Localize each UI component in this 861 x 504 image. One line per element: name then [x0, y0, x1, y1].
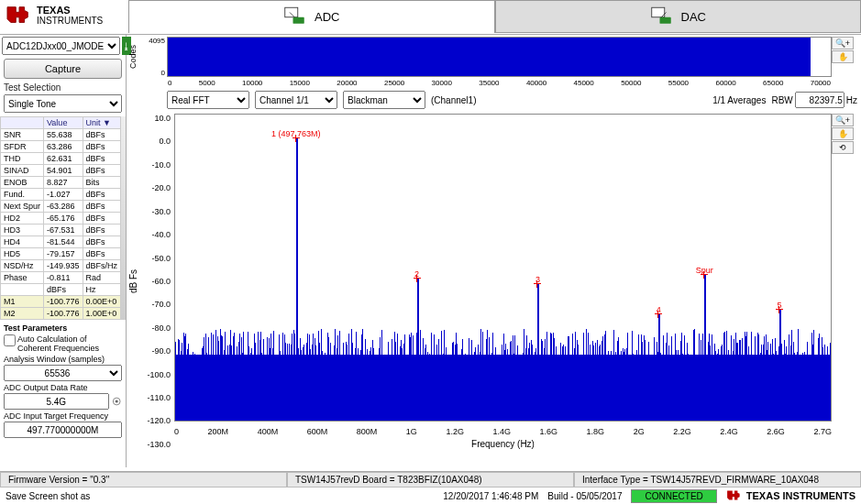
rbw-unit: Hz [846, 95, 857, 105]
metric-row[interactable]: dBFsHz [1, 284, 121, 296]
codes-ylabel: Codes [128, 37, 141, 77]
analysis-window-select[interactable]: 65536 [4, 365, 122, 381]
build-date: Build - 05/05/2017 [547, 491, 622, 501]
harmonic-5 [779, 310, 781, 421]
fft-xlabel: Frequency (Hz) [174, 439, 832, 449]
metric-row[interactable]: HD5-79.157dBFs [1, 248, 121, 260]
metric-row[interactable]: Next Spur-63.286dBFs [1, 201, 121, 213]
metric-row[interactable]: SNR55.638dBFs [1, 129, 121, 141]
channel-label: (Channel1) [431, 95, 476, 105]
metric-row[interactable]: M2-100.7761.00E+0 [1, 308, 121, 320]
logo-line1: TEXAS [37, 5, 71, 16]
fft-pan-icon[interactable]: ✋ [832, 127, 854, 140]
fft-zoom-icon[interactable]: 🔍+ [832, 114, 854, 126]
save-screenshot[interactable]: Save Screen shot as [6, 491, 90, 501]
metrics-table: ValueUnit ▼ SNR55.638dBFsSFDR63.286dBFsT… [0, 116, 121, 320]
svg-rect-3 [659, 16, 670, 23]
gear-icon[interactable] [111, 395, 122, 408]
metric-row[interactable]: ENOB8.827Bits [1, 177, 121, 189]
dac-icon [650, 5, 676, 28]
tab-dac-label: DAC [681, 10, 706, 24]
fft-type-select[interactable]: Real FFT [167, 91, 249, 109]
fft-plot-canvas[interactable]: 1 (497.763M)2345Spur [174, 114, 832, 422]
auto-calc-checkbox[interactable]: Auto Calculation of Coherent Frequencies [4, 334, 122, 353]
adc-rate-input[interactable] [4, 393, 109, 410]
tab-adc[interactable]: ADC [128, 0, 495, 33]
spur-peak [704, 275, 706, 421]
analysis-window-label: Analysis Window (samples) [4, 355, 122, 364]
metric-row[interactable]: SFDR63.286dBFs [1, 141, 121, 153]
metric-row[interactable]: Phase-0.811Rad [1, 272, 121, 284]
rbw-input[interactable] [795, 92, 844, 108]
ti-logo: TEXASINSTRUMENTS [0, 0, 128, 31]
metric-row[interactable]: THD62.631dBFs [1, 153, 121, 165]
metric-row[interactable]: Fund.-1.027dBFs [1, 189, 121, 201]
connect-status: CONNECTED [631, 489, 716, 503]
svg-point-5 [115, 400, 117, 402]
metric-row[interactable]: HD4-81.544dBFs [1, 236, 121, 248]
ti-logo-small: TEXAS INSTRUMENTS [726, 488, 855, 503]
harmonic-2 [417, 279, 419, 421]
fft-ylabel: dB Fs [128, 114, 143, 449]
metric-row[interactable]: SINAD54.901dBFs [1, 165, 121, 177]
codes-data [168, 38, 811, 76]
test-selection-label: Test Selection [0, 81, 126, 94]
capture-button[interactable]: Capture [4, 59, 122, 79]
table-scrollbar[interactable] [121, 116, 126, 320]
channel-select[interactable]: Channel 1/1 [255, 91, 337, 109]
window-select[interactable]: Blackman [343, 91, 425, 109]
metric-row[interactable]: NSD/Hz-149.935dBFs/Hz [1, 260, 121, 272]
rbw-label: RBW [771, 95, 792, 105]
harmonic-3 [537, 284, 539, 421]
logo-line2: INSTRUMENTS [37, 16, 103, 26]
test-type-select[interactable]: Single Tone [4, 94, 122, 113]
interface-type: Interface Type = TSW14J57REVD_FIRMWARE_1… [574, 472, 861, 488]
test-params-title: Test Parameters [4, 323, 122, 333]
adc-target-label: ADC Input Target Frequency [4, 411, 122, 421]
averages-label: 1/1 Averages [712, 95, 766, 105]
timestamp: 12/20/2017 1:46:48 PM [443, 491, 538, 501]
adc-target-input[interactable] [4, 422, 122, 438]
device-select[interactable]: ADC12DJxx00_JMODE [2, 37, 120, 55]
fundamental-peak [296, 138, 298, 421]
metric-row[interactable]: HD3-67.531dBFs [1, 225, 121, 236]
codes-pan-icon[interactable]: ✋ [832, 50, 854, 63]
harmonic-4 [658, 314, 660, 421]
board-id: TSW14J57revD Board = T823BFIZ(10AX048) [287, 472, 574, 488]
tab-adc-label: ADC [315, 10, 339, 24]
codes-zoom-icon[interactable]: 🔍+ [832, 37, 854, 49]
svg-rect-1 [293, 17, 304, 24]
adc-icon [283, 5, 309, 28]
metric-row[interactable]: M1-100.7760.00E+0 [1, 296, 121, 308]
metric-row[interactable]: HD2-65.176dBFs [1, 213, 121, 225]
svg-rect-0 [285, 7, 298, 17]
adc-rate-label: ADC Output Data Rate [4, 383, 122, 392]
tab-dac[interactable]: DAC [495, 0, 862, 33]
fft-reset-icon[interactable]: ⟲ [832, 141, 854, 154]
firmware-version: Firmware Version = "0.3" [0, 472, 287, 488]
codes-plot-canvas[interactable]: 0500010000150002000025000300003500040000… [167, 37, 832, 77]
